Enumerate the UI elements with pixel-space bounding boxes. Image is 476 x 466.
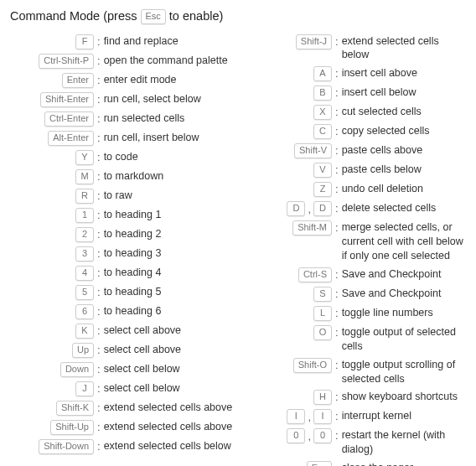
colon-separator: : [97,284,101,300]
shortcut-column-right: Shift-J:extend selected cells belowA:ins… [246,34,464,466]
colon-separator: : [335,200,339,216]
shortcut-description: cut selected cells [342,104,464,119]
shortcut-keys: X [246,104,332,120]
shortcut-description: enter edit mode [104,72,235,87]
shortcut-description: paste cells below [342,162,464,177]
shortcut-description: show keyboard shortcuts [342,389,464,404]
colon-separator: : [97,91,101,107]
kbd-key: S [313,287,332,302]
shortcut-row: I,I:interrupt kernel [246,408,464,424]
shortcut-keys: Shift-J [246,34,332,49]
shortcut-description: select cell above [104,342,235,357]
colon-separator: : [335,181,339,197]
colon-separator: : [97,361,101,377]
shortcut-columns: F:find and replaceCtrl-Shift-P:open the … [8,34,464,466]
colon-separator: : [335,85,339,101]
colon-separator: : [97,342,101,358]
shortcut-keys: I,I [246,408,332,424]
shortcut-description: copy selected cells [342,123,464,138]
kbd-key: Ctrl-S [298,267,332,282]
shortcut-description: Save and Checkpoint [342,267,464,282]
shortcut-row: 3:to heading 3 [8,246,235,261]
key-separator: , [307,410,312,425]
shortcut-row: 5:to heading 5 [8,284,235,300]
kbd-key: B [313,85,332,101]
shortcut-description: to code [104,149,235,164]
kbd-key: Down [60,362,94,377]
kbd-key: Alt-Enter [48,131,94,146]
title-before: Command Mode (press [10,8,137,25]
shortcut-description: toggle output of selected cells [342,324,464,354]
shortcut-row: D,D:delete selected cells [246,200,464,216]
shortcut-description: extend selected cells below [104,438,235,453]
shortcut-keys: Shift-M [246,220,332,236]
shortcut-row: Shift-O:toggle output scrolling of selec… [246,357,464,386]
shortcut-description: undo cell deletion [342,181,464,196]
shortcut-row: M:to markdown [8,168,235,184]
colon-separator: : [335,123,339,139]
shortcut-row: Alt-Enter:run cell, insert below [8,130,235,146]
colon-separator: : [335,267,339,282]
shortcut-keys: Ctrl-Enter [8,111,94,127]
shortcut-row: 6:to heading 6 [8,303,235,319]
shortcut-row: Shift-Enter:run cell, select below [8,91,235,107]
shortcut-description: toggle line numbers [342,305,464,320]
colon-separator: : [335,460,339,466]
shortcut-row: Shift-J:extend selected cells below [246,34,464,63]
shortcut-keys: 2 [8,226,94,242]
kbd-key: L [313,306,332,321]
colon-separator: : [97,111,101,127]
shortcut-keys: Z [246,181,332,197]
colon-separator: : [97,72,101,88]
key-separator: , [307,429,312,444]
shortcut-description: insert cell above [342,65,464,80]
shortcut-description: to markdown [104,168,235,184]
kbd-key: R [75,189,94,204]
kbd-key: I [313,409,332,424]
shortcut-keys: J [8,381,94,396]
key-separator: , [307,202,312,217]
shortcut-row: Up:select cell above [8,342,235,358]
shortcut-keys: 6 [8,303,94,319]
shortcut-description: toggle output scrolling of selected cell… [342,357,464,386]
shortcut-description: to heading 4 [104,265,235,280]
shortcut-keys: B [246,85,332,101]
shortcut-row: L:toggle line numbers [246,305,464,321]
shortcut-description: extend selected cells above [104,400,235,415]
colon-separator: : [335,357,339,373]
shortcut-description: extend selected cells above [104,419,235,434]
kbd-key: O [313,325,332,340]
shortcut-keys: A [246,65,332,81]
colon-separator: : [97,207,101,223]
kbd-key: J [75,381,94,396]
shortcut-row: Y:to code [8,149,235,165]
shortcut-keys: Shift-K [8,400,94,416]
shortcut-row: Ctrl-Enter:run selected cells [8,111,235,127]
shortcut-keys: O [246,324,332,340]
shortcut-keys: D,D [246,200,332,216]
shortcut-row: Z:undo cell deletion [246,181,464,197]
colon-separator: : [97,400,101,416]
kbd-key: I [287,409,305,424]
shortcut-description: to heading 2 [104,226,235,241]
shortcut-row: X:cut selected cells [246,104,464,120]
colon-separator: : [97,438,101,454]
shortcut-description: to heading 1 [104,207,235,222]
shortcut-row: 0,0:restart the kernel (with dialog) [246,427,464,457]
shortcut-row: S:Save and Checkpoint [246,286,464,302]
shortcut-description: extend selected cells below [342,34,464,63]
shortcut-keys: Shift-O [246,357,332,373]
kbd-key: Enter [62,73,94,88]
kbd-key: D [287,201,305,216]
shortcut-description: delete selected cells [342,200,464,215]
shortcut-keys: S [246,286,332,302]
kbd-key: Up [72,343,94,358]
kbd-key: 0 [287,428,305,443]
shortcut-row: Enter:enter edit mode [8,72,235,88]
shortcut-keys: Alt-Enter [8,130,94,146]
kbd-key: V [313,163,332,178]
shortcut-description: merge selected cells, or current cell wi… [342,220,464,263]
shortcut-description: to heading 5 [104,284,235,299]
shortcut-keys: 1 [8,207,94,223]
shortcut-row: Shift-Down:extend selected cells below [8,438,235,454]
